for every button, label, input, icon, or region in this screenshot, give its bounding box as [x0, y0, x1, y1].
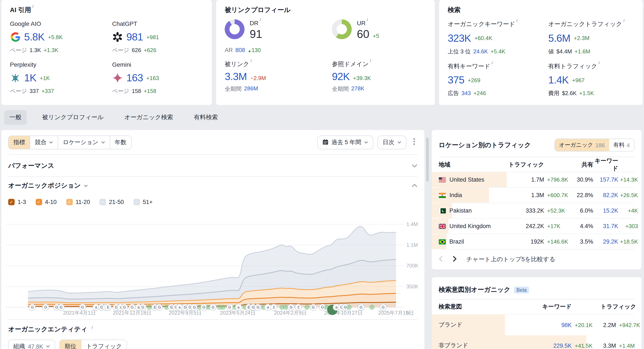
- brand-keywords-link[interactable]: 98K: [525, 322, 572, 328]
- toggle-traffic[interactable]: トラフィック: [82, 340, 127, 349]
- nonbrand-keywords-link[interactable]: 229.5K: [525, 342, 572, 349]
- keywords-link[interactable]: 82.2K: [593, 192, 618, 198]
- paid-keywords-value[interactable]: 375: [448, 74, 464, 86]
- organic-traffic-value[interactable]: 5.6M: [548, 32, 570, 44]
- ref-domains-metric: 参照ドメインi 92K+39.3K 全期間278K: [332, 60, 426, 93]
- info-icon[interactable]: i: [370, 58, 371, 62]
- ads-value-link[interactable]: 343: [462, 90, 471, 96]
- chart-event-dot[interactable]: [147, 305, 152, 310]
- location-row-united-states[interactable]: United States 1.7M +796.8K 30.9% 157.7K …: [439, 172, 634, 187]
- years-filter-button[interactable]: 年数: [110, 136, 131, 149]
- toggle-paid[interactable]: 有料4: [609, 139, 634, 151]
- info-icon[interactable]: i: [623, 18, 624, 23]
- toggle-rank[interactable]: 順位: [60, 340, 82, 349]
- perplexity-value[interactable]: 1K: [24, 72, 36, 84]
- info-icon[interactable]: i: [598, 60, 600, 65]
- google-update-marker[interactable]: G: [156, 304, 163, 311]
- google-update-marker[interactable]: G: [42, 304, 49, 311]
- competitors-filter-button[interactable]: 競合: [30, 136, 58, 149]
- ar-value-link[interactable]: 808: [236, 47, 245, 53]
- chart-event-dot[interactable]: [346, 305, 352, 310]
- google-update-marker[interactable]: G: [358, 304, 364, 311]
- google-update-marker[interactable]: 2: [270, 304, 277, 311]
- backlink-profile-title: 被リンクプロフィール: [225, 6, 426, 14]
- google-update-marker[interactable]: G: [140, 304, 146, 311]
- tab-paid-search[interactable]: 有料検索: [189, 110, 223, 125]
- performance-section-header[interactable]: パフォーマンス: [8, 155, 418, 176]
- toggle-organic[interactable]: オーガニック186: [555, 139, 609, 151]
- info-icon[interactable]: i: [32, 4, 33, 8]
- organic-positions-metric-select[interactable]: オーガニックポジション: [8, 182, 88, 190]
- gemini-value[interactable]: 163: [126, 72, 143, 84]
- intent-row-brand[interactable]: ブランド 98K +20.1K 2.2M +942.7K: [439, 314, 634, 335]
- location-row-pakistan[interactable]: Pakistan 333.2K +52.3K 6.0% 15.2K +4K: [439, 203, 634, 218]
- top3-value-link[interactable]: 24.6K: [473, 48, 488, 54]
- info-icon[interactable]: i: [250, 58, 252, 62]
- info-icon[interactable]: i: [516, 18, 518, 23]
- google-update-marker[interactable]: G: [121, 304, 128, 311]
- google-update-marker[interactable]: G: [129, 304, 136, 311]
- refdomains-alltime-link[interactable]: 278K: [351, 86, 364, 93]
- locations-card-title: ロケーション別のトラフィック: [439, 141, 531, 149]
- info-icon[interactable]: i: [260, 18, 261, 22]
- intent-row-nonbrand[interactable]: 非ブランド 229.5K +41.5K 3.3M +1.4M: [439, 335, 634, 349]
- entity-type-dropdown[interactable]: 組織 47.8K: [8, 340, 55, 349]
- keywords-link[interactable]: 157.7K: [593, 176, 618, 183]
- google-update-marker[interactable]: G: [226, 304, 233, 311]
- google-update-marker[interactable]: a: [235, 304, 242, 311]
- google-update-marker[interactable]: G: [210, 304, 216, 311]
- chart-event-dot[interactable]: [220, 305, 226, 310]
- google-update-marker[interactable]: G: [288, 304, 295, 311]
- metric-filter-button[interactable]: 指標: [8, 136, 30, 149]
- legend-checkbox-1-3[interactable]: ✓1-3: [8, 198, 26, 205]
- google-update-marker[interactable]: G: [79, 304, 86, 311]
- chevron-down-icon[interactable]: [412, 164, 418, 168]
- location-filter-button[interactable]: ロケーション: [58, 136, 110, 149]
- compare-top5-link[interactable]: チャート上のトップ5を比較する: [466, 256, 555, 263]
- next-page-icon[interactable]: [452, 256, 457, 263]
- organic-positions-chart[interactable]: 1.4M1.1M700K350K02021年4月1日2021年12月18日202…: [1, 210, 424, 318]
- backlinks-alltime-link[interactable]: 286M: [244, 86, 258, 93]
- google-aio-value[interactable]: 5.8K: [24, 31, 44, 43]
- google-update-marker[interactable]: G: [310, 304, 316, 311]
- ai-metric-chatgpt: ChatGPT 981 +981 ページ626+626: [112, 20, 203, 54]
- location-row-india[interactable]: India 1.3M +600.7K 22.8% 82.2K +26.5K: [439, 187, 634, 203]
- legend-checkbox-11-20[interactable]: ✓11-20: [66, 198, 90, 205]
- keywords-link[interactable]: 31.7K: [593, 223, 618, 229]
- google-update-marker[interactable]: G: [58, 304, 64, 311]
- ref-domains-value[interactable]: 92K: [332, 71, 350, 83]
- backlinks-value[interactable]: 3.3M: [225, 71, 247, 83]
- chart-event-dot[interactable]: [304, 305, 310, 310]
- date-range-button[interactable]: 過去 5 年間: [317, 136, 373, 149]
- google-update-marker[interactable]: G: [29, 304, 36, 311]
- paid-traffic-metric: 有料トラフィックi 1.4K+967 費用$2.6K+1.5K: [548, 62, 634, 97]
- chart-event-dot[interactable]: [283, 305, 288, 310]
- paid-traffic-value[interactable]: 1.4K: [548, 74, 569, 86]
- kebab-menu-icon[interactable]: [411, 136, 418, 148]
- chatgpt-value[interactable]: 981: [126, 31, 143, 43]
- google-update-marker[interactable]: G: [255, 304, 262, 311]
- tab-general[interactable]: 一般: [4, 110, 27, 125]
- legend-checkbox-21-50[interactable]: ✓21-50: [100, 198, 124, 205]
- tab-organic-search[interactable]: オーガニック検索: [119, 110, 178, 125]
- chevron-up-icon[interactable]: [412, 184, 418, 188]
- google-update-marker[interactable]: G: [380, 304, 386, 311]
- granularity-button[interactable]: 日次: [378, 136, 406, 149]
- info-icon[interactable]: i: [92, 325, 93, 330]
- organic-positions-section-header: オーガニックポジション: [8, 177, 418, 194]
- organic-keywords-value[interactable]: 323K: [448, 32, 471, 44]
- keywords-link[interactable]: 15.2K: [593, 208, 618, 214]
- location-row-brazil[interactable]: Brazil 192K +146.6K 3.5% 29.2K +18.5K: [439, 234, 634, 250]
- chart-event-dot[interactable]: [370, 305, 375, 310]
- prev-page-icon[interactable]: [439, 256, 443, 263]
- location-row-united-kingdom[interactable]: United Kingdom 242.2K +17K 4.4% 31.7K +3…: [439, 218, 634, 234]
- google-update-marker[interactable]: 2: [295, 304, 302, 311]
- keywords-link[interactable]: 29.2K: [593, 238, 618, 245]
- tab-backlink-profile[interactable]: 被リンクプロフィール: [37, 110, 109, 125]
- legend-checkbox-51plus[interactable]: ✓51+: [133, 198, 152, 205]
- google-update-marker[interactable]: E: [105, 304, 112, 311]
- info-icon[interactable]: i: [367, 18, 368, 22]
- scroll-thumb[interactable]: [426, 138, 429, 182]
- info-icon[interactable]: i: [492, 60, 493, 65]
- legend-checkbox-4-10[interactable]: ✓4-10: [36, 198, 56, 205]
